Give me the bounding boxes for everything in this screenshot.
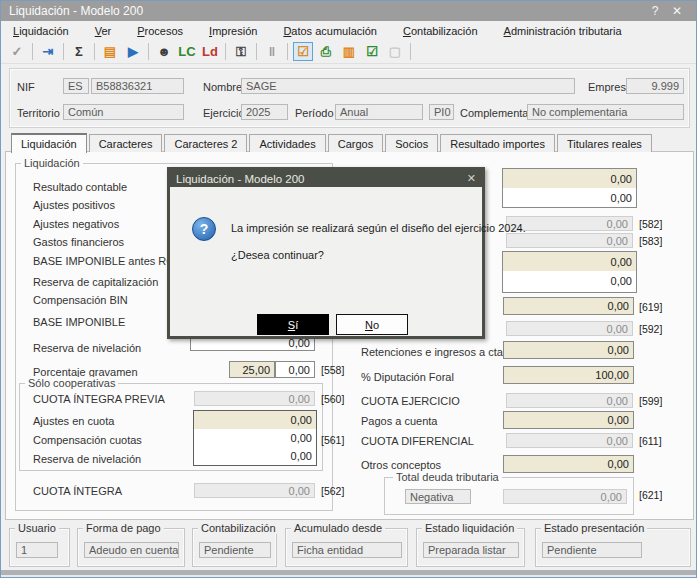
forma-pago-title: Forma de pago (83, 522, 164, 534)
code-561: [561] (321, 434, 344, 446)
menu-datos-acumulacion[interactable]: Datos acumulación (283, 25, 377, 37)
menu-administracion-tributaria[interactable]: Administración tributaria (504, 25, 622, 37)
menu-impresion[interactable]: Impresión (209, 25, 257, 37)
dialog-message-line1: La impresión se realizará según el diseñ… (231, 222, 526, 234)
territorio-field[interactable]: Común (63, 104, 184, 120)
estado-liquidacion-field[interactable]: Preparada listar (423, 542, 519, 558)
sum-icon[interactable]: Σ (69, 42, 89, 61)
goto-record-icon[interactable]: ⇥ (38, 42, 58, 61)
label-cuota-integra-previa: CUOTA ÍNTEGRA PREVIA (33, 393, 165, 405)
right-g1-bottom-field[interactable]: 0,00 (503, 188, 636, 207)
ajustes-en-cuota-field[interactable]: 0,00 (194, 411, 316, 429)
title-bar: Liquidación - Modelo 200 ? ✕ (1, 1, 696, 21)
nombre-field[interactable]: SAGE (241, 78, 575, 94)
label-ajustes-positivos: Ajustes positivos (33, 199, 115, 211)
label-resultado-contable: Resultado contable (33, 181, 127, 193)
liquidacion-group-title: Liquidación (21, 157, 83, 169)
periodo-code-field[interactable]: PI0 (429, 104, 454, 120)
solo-cooperativas-title: Sólo cooperativas (25, 377, 118, 389)
tab-cargos[interactable]: Cargos (328, 134, 383, 152)
tab-titulares-reales[interactable]: Titulares reales (557, 134, 652, 152)
menu-ver[interactable]: Ver (95, 25, 112, 37)
cuota-integra-field[interactable]: 0,00 (194, 483, 315, 498)
retenciones-field[interactable]: 0,00 (503, 341, 634, 359)
print-design-icon[interactable]: ☑ (293, 42, 313, 61)
tab-actividades[interactable]: Actividades (249, 134, 325, 152)
no-button[interactable]: No (336, 314, 408, 335)
total-deuda-value-field[interactable]: 0,00 (503, 489, 627, 504)
cuota-adjustments-box: 0,00 0,00 0,00 (193, 410, 317, 466)
total-deuda-status-field[interactable]: Negativa (405, 489, 471, 504)
lock-icon[interactable]: ⚿ (231, 42, 251, 61)
estado-presentacion-field[interactable]: Pendiente (542, 542, 642, 558)
usuario-field[interactable]: 1 (16, 542, 58, 558)
menu-contabilizacion[interactable]: Contabilización (403, 25, 478, 37)
ejercicio-field[interactable]: 2025 (241, 104, 288, 120)
label-base-imponible: BASE IMPONIBLE (33, 316, 125, 328)
field-619[interactable]: 0,00 (503, 297, 634, 315)
right-g1-top-field[interactable]: 0,00 (503, 169, 636, 188)
check-document-icon[interactable]: ☑ (362, 42, 382, 61)
lc-icon[interactable]: LC (177, 42, 197, 61)
dialog-close-icon[interactable]: ✕ (467, 172, 476, 185)
dialog-title: Liquidación - Modelo 200 (176, 173, 305, 185)
diputacion-foral-field[interactable]: 100,00 (503, 366, 634, 384)
field-611[interactable]: 0,00 (506, 433, 633, 448)
label-cuota-diferencial: CUOTA DIFERENCIAL (361, 435, 474, 447)
complementaria-field[interactable]: No complementaria (527, 104, 684, 120)
periodo-label: Período (295, 107, 334, 119)
otros-conceptos-field[interactable]: 0,00 (503, 455, 634, 473)
menu-procesos[interactable]: Procesos (137, 25, 183, 37)
menu-liquidacion[interactable]: Liquidación (13, 25, 69, 37)
help-button[interactable]: ? (644, 4, 666, 18)
transfer-folder-icon[interactable]: ▤ (100, 42, 120, 61)
right-g2-top-field[interactable]: 0,00 (503, 252, 636, 271)
pause-icon[interactable]: ‖ (262, 42, 282, 61)
code-619: [619] (639, 301, 662, 313)
acumulado-desde-field[interactable]: Ficha entidad (292, 542, 402, 558)
tab-socios[interactable]: Socios (385, 134, 438, 152)
printer-icon[interactable]: ⎙ (316, 42, 336, 61)
field-599[interactable]: 0,00 (506, 393, 633, 408)
code-582: [582] (639, 218, 662, 230)
label-ajustes-negativos: Ajustes negativos (33, 218, 119, 230)
right-g2-bottom-field[interactable]: 0,00 (503, 271, 636, 290)
right-group-2: 0,00 0,00 (502, 251, 637, 293)
right-group-1: 0,00 0,00 (502, 168, 637, 208)
ejercicio-label: Ejercicio (203, 107, 245, 119)
nombre-label: Nombre (203, 81, 242, 93)
field-592[interactable]: 0,00 (506, 321, 633, 336)
nif-field[interactable]: B58836321 (91, 78, 184, 94)
compensacion-cuotas-field[interactable]: 0,00 (194, 429, 316, 447)
estado-presentacion-group: Estado presentación Pendiente (535, 528, 691, 567)
label-diputacion-foral: % Diputación Foral (361, 371, 454, 383)
close-button[interactable]: ✕ (666, 4, 688, 18)
pagos-a-cuenta-field[interactable]: 0,00 (503, 411, 634, 429)
contabilizacion-field[interactable]: Pendiente (199, 542, 271, 558)
reserva-nivelacion-coop-field[interactable]: 0,00 (194, 447, 316, 465)
code-621: [621] (639, 489, 662, 501)
acumulado-desde-title: Acumulado desde (291, 522, 385, 534)
territorio-label: Territorio (17, 107, 60, 119)
label-reserva-capitalizacion: Reserva de capitalización (33, 276, 158, 288)
nif-country-field[interactable]: ES (63, 78, 89, 94)
yes-button[interactable]: Sí (257, 314, 329, 335)
user-icon[interactable]: ☻ (154, 42, 174, 61)
forma-pago-field[interactable]: Adeudo en cuenta (84, 542, 179, 558)
ld-icon[interactable]: Ld (200, 42, 220, 61)
tab-liquidacion[interactable]: Liquidación (11, 133, 87, 153)
cuota-integra-previa-field[interactable]: 0,00 (194, 391, 315, 406)
empresa-field[interactable]: 9.999 (626, 78, 684, 94)
porcentaje-gravamen-rate-field[interactable]: 25,00 (229, 361, 275, 378)
tab-caracteres[interactable]: Caracteres (89, 134, 163, 152)
export-file-icon[interactable]: ▥ (339, 42, 359, 61)
total-deuda-title: Total deuda tributaria (393, 471, 502, 483)
run-process-icon[interactable]: ▶ (123, 42, 143, 61)
tab-resultado-importes[interactable]: Resultado importes (440, 134, 555, 152)
confirm-icon[interactable]: ✓ (7, 42, 27, 61)
porcentaje-gravamen-value-field[interactable]: 0,00 (275, 361, 315, 378)
estado-liquidacion-group: Estado liquidación Preparada listar (416, 528, 525, 567)
periodo-field[interactable]: Anual (335, 104, 423, 120)
field-583[interactable]: 0,00 (506, 233, 633, 248)
tab-caracteres-2[interactable]: Caracteres 2 (164, 134, 247, 152)
